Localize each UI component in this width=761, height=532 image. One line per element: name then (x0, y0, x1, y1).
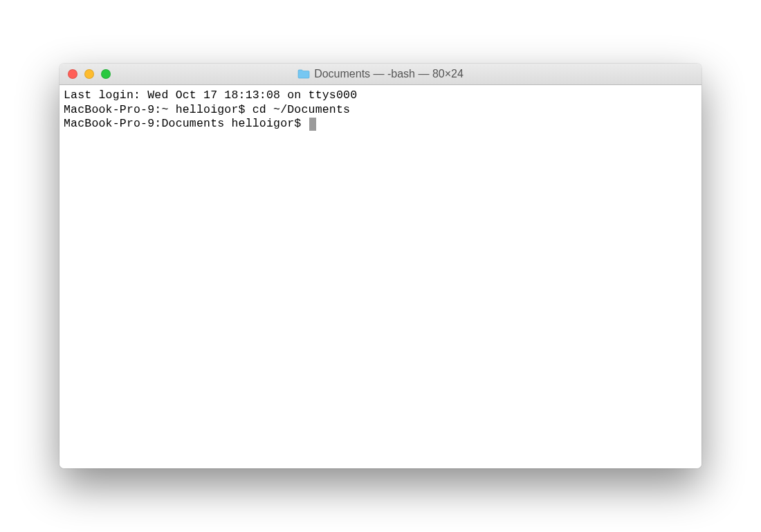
window-title-wrap: Documents — -bash — 80×24 (59, 68, 702, 80)
terminal-window: Documents — -bash — 80×24 Last login: We… (59, 64, 702, 468)
window-title: Documents — -bash — 80×24 (314, 68, 464, 80)
command-1: cd ~/Documents (253, 103, 350, 116)
close-button[interactable] (68, 69, 77, 79)
terminal-body[interactable]: Last login: Wed Oct 17 18:13:08 on ttys0… (59, 85, 702, 468)
terminal-line-2: MacBook-Pro-9:~ helloigor$ cd ~/Document… (64, 103, 697, 118)
traffic-lights (59, 69, 111, 79)
terminal-line-3: MacBook-Pro-9:Documents helloigor$ (64, 117, 697, 131)
minimize-button[interactable] (84, 69, 94, 79)
terminal-line-1: Last login: Wed Oct 17 18:13:08 on ttys0… (64, 89, 697, 103)
cursor (309, 118, 316, 131)
maximize-button[interactable] (101, 69, 111, 79)
folder-icon (297, 69, 310, 79)
titlebar[interactable]: Documents — -bash — 80×24 (59, 64, 702, 85)
prompt-2: MacBook-Pro-9:Documents helloigor$ (64, 117, 309, 130)
prompt-1: MacBook-Pro-9:~ helloigor$ (64, 103, 253, 116)
